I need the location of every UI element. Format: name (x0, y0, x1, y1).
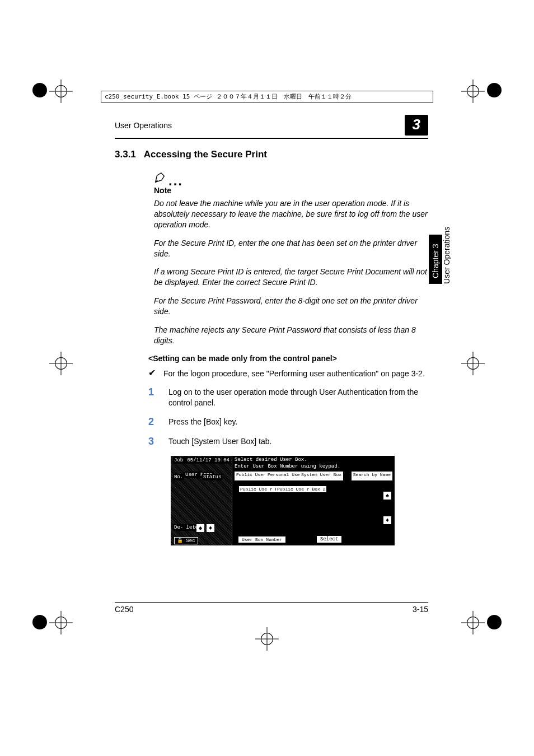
ss-col-no: No. (173, 474, 184, 480)
crop-mark-icon (49, 352, 73, 375)
registration-dot (487, 615, 502, 629)
step-number: 3 (148, 436, 156, 447)
step-number: 2 (148, 417, 156, 427)
ss-scroll-down-icon[interactable]: ♦ (383, 516, 391, 524)
registration-dot (32, 615, 47, 629)
divider (115, 138, 428, 139)
step-number: 1 (148, 387, 156, 408)
page-body: User Operations 3 3.3.1 Accessing the Se… (115, 115, 428, 545)
subsection-heading: <Setting can be made only from the contr… (148, 354, 428, 363)
ss-subtitle: Enter User Box Number using keypad. (235, 464, 340, 469)
step-text: Press the [Box] key. (168, 417, 237, 427)
book-header-strip: c250_security_E.book 15 ページ ２００７年４月１１日 水… (101, 91, 433, 102)
note-icon: ... (154, 171, 428, 184)
crop-mark-icon (49, 80, 73, 103)
section-number: 3.3.1 (115, 149, 136, 160)
chapter-number-badge: 3 (405, 115, 428, 136)
step-text: Touch [System User Box] tab. (168, 436, 271, 447)
crop-mark-icon (461, 611, 485, 634)
ss-delete-button[interactable]: De- lete (173, 524, 199, 531)
ss-userbox-number-button[interactable]: User Box Number (238, 536, 286, 543)
bullet-text: For the logon procedure, see "Performing… (163, 368, 425, 379)
side-section-label: User Operations (442, 227, 451, 284)
ss-up-icon[interactable]: ♠ (196, 524, 204, 532)
note-text: If a wrong Secure Print ID is entered, t… (154, 267, 428, 288)
step-text: Log on to the user operation mode throug… (168, 387, 428, 408)
ss-userbox-item[interactable]: Public Use r Box 2 (276, 486, 326, 492)
note-text: For the Secure Print ID, enter the one t… (154, 238, 428, 259)
ss-col-status: Status (202, 474, 222, 480)
ss-search-button[interactable]: Search by Name (352, 472, 392, 480)
ss-title: Select desired User Box. (235, 457, 307, 463)
embedded-screenshot: Job List 05/11/17 10:04 No. User Name St… (171, 456, 395, 545)
note-text: Do not leave the machine while you are i… (154, 198, 428, 230)
note-text: For the Secure Print Password, enter the… (154, 296, 428, 317)
ss-sec-badge: 🔒 Sec (174, 537, 198, 544)
ss-down-icon[interactable]: ♦ (207, 524, 214, 532)
footer-model: C250 (115, 605, 133, 614)
crop-mark-icon (255, 627, 279, 651)
registration-dot (487, 83, 502, 97)
registration-dot (32, 83, 47, 97)
ss-datetime: 05/11/17 10:04 (186, 457, 231, 464)
running-head: User Operations (115, 121, 172, 130)
section-title: Accessing the Secure Print (144, 149, 267, 160)
note-heading: Note (154, 186, 428, 195)
footer-page: 3-15 (413, 605, 428, 614)
note-text: The machine rejects any Secure Print Pas… (154, 325, 428, 346)
crop-mark-icon (461, 80, 485, 103)
ss-scroll-up-icon[interactable]: ♠ (383, 492, 391, 500)
side-tab: Chapter 3 User Operations (429, 227, 451, 284)
checkmark-icon: ✔ (148, 368, 156, 379)
section-heading: 3.3.1 Accessing the Secure Print (115, 149, 428, 160)
ss-select-button[interactable]: Select (316, 535, 342, 543)
side-chapter-label: Chapter 3 (429, 235, 442, 284)
crop-mark-icon (461, 352, 485, 375)
note-dots: ... (168, 178, 183, 184)
crop-mark-icon (49, 611, 73, 634)
ss-tab-system[interactable]: System User Box (299, 472, 343, 480)
